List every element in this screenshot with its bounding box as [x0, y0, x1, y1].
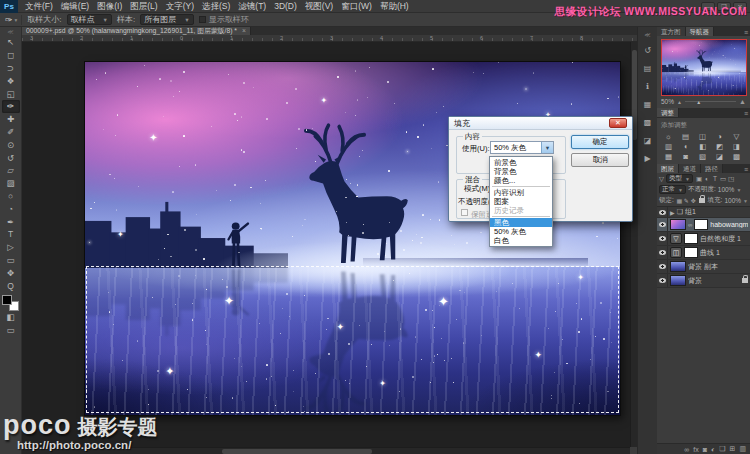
menu-item[interactable]: 文字(Y) — [162, 0, 198, 13]
brush-tool[interactable]: ✐ — [2, 126, 20, 139]
new-layer-icon[interactable]: ⊞ — [730, 445, 736, 453]
navigator-zoom-slider[interactable]: ▲ — [685, 101, 736, 102]
hue-saturation-adjustment-icon[interactable]: ▥ — [660, 142, 677, 152]
filter-type-layers-icon[interactable]: T — [711, 175, 719, 183]
spot-healing-tool[interactable]: ✚ — [2, 113, 20, 126]
sample-select[interactable]: 所有图层 ▼ — [140, 14, 193, 25]
shape-tool[interactable]: ▭ — [2, 254, 20, 267]
zoom-out-icon[interactable]: ▲ — [677, 99, 682, 105]
expand-caret-icon[interactable]: ▶ — [670, 209, 675, 216]
vertical-scrollbar[interactable] — [630, 42, 637, 447]
menu-item[interactable]: 视图(V) — [301, 0, 337, 13]
opacity-value[interactable]: 100% — [718, 186, 735, 193]
layer-mask-thumbnail[interactable] — [684, 247, 698, 258]
dodge-tool[interactable]: ◔ — [2, 202, 20, 215]
screen-mode-button[interactable]: ▭ — [2, 324, 20, 337]
navigator-thumbnail[interactable]: ✦✦✦✦✦✦✦✦✦✦✦✦ — [661, 39, 747, 96]
use-combobox[interactable]: 50% 灰色 ▼ — [490, 141, 554, 154]
color-lookup-adjustment-icon[interactable]: ▦ — [660, 152, 677, 162]
crop-tool[interactable]: ◱ — [2, 87, 20, 100]
cancel-button[interactable]: 取消 — [571, 153, 629, 167]
filter-pixel-layers-icon[interactable]: ▣ — [695, 175, 703, 183]
tab-导航器[interactable]: 导航器 — [686, 27, 715, 36]
zoom-in-icon[interactable]: ▲ — [739, 98, 746, 105]
layer-row[interactable]: 背景 — [657, 274, 750, 288]
new-adjustment-layer-icon[interactable]: ◐ — [711, 446, 715, 453]
dropdown-item[interactable]: 历史记录 — [490, 206, 552, 215]
properties-panel-icon[interactable]: ▤ — [641, 63, 655, 74]
eyedropper-tool[interactable]: ✑ — [2, 100, 20, 113]
dropdown-item[interactable]: 黑色 — [490, 218, 552, 227]
curves-adjustment-icon[interactable]: ◫ — [694, 132, 711, 142]
layer-thumbnail[interactable] — [670, 261, 686, 272]
layer-visibility-toggle[interactable] — [657, 260, 668, 273]
photo-filter-adjustment-icon[interactable]: ◩ — [711, 142, 728, 152]
menu-item[interactable]: 选择(S) — [198, 0, 234, 13]
lock-position-icon[interactable]: ✥ — [690, 197, 697, 204]
menu-item[interactable]: 窗口(W) — [337, 0, 376, 13]
zoom-tool[interactable]: Q — [2, 279, 20, 292]
layer-row[interactable]: 背景 副本 — [657, 260, 750, 274]
layer-row[interactable]: ∞habowangmingk... — [657, 218, 750, 232]
panel-menu-icon[interactable]: ≡ — [744, 166, 750, 173]
pen-tool[interactable]: ✒ — [2, 215, 20, 228]
gradient-tool[interactable]: ▨ — [2, 177, 20, 190]
layer-row[interactable]: ◫曲线 1 — [657, 246, 750, 260]
history-panel-icon[interactable]: ↺ — [641, 45, 655, 56]
panel-menu-icon[interactable]: ≡ — [744, 110, 750, 117]
info-panel-icon[interactable]: ℹ — [641, 81, 655, 92]
show-sampling-ring-checkbox[interactable]: 显示取样环 — [199, 14, 249, 25]
move-tool[interactable]: ↖ — [2, 36, 20, 49]
layer-mask-thumbnail[interactable] — [684, 233, 698, 244]
actions-panel-icon[interactable]: ▶ — [641, 153, 655, 164]
black-white-adjustment-icon[interactable]: ◧ — [694, 142, 711, 152]
delete-layer-icon[interactable]: ▥ — [739, 445, 746, 453]
clone-stamp-tool[interactable]: ⊙ — [2, 138, 20, 151]
dropdown-item[interactable]: 前景色 — [490, 158, 552, 167]
filter-kind-select[interactable]: 类型 ▼ — [666, 174, 693, 183]
fill-dialog-titlebar[interactable]: 填充 ✕ — [449, 117, 632, 130]
layer-thumbnail[interactable] — [670, 275, 686, 286]
panel-menu-icon[interactable]: ≡ — [744, 29, 750, 36]
filter-shape-layers-icon[interactable]: ▭ — [719, 175, 727, 183]
quick-selection-tool[interactable]: ❖ — [2, 74, 20, 87]
tab-adjustments[interactable]: 调整 — [657, 108, 679, 117]
menu-item[interactable]: 帮助(H) — [376, 0, 413, 13]
ok-button[interactable]: 确定 — [571, 135, 629, 149]
type-tool[interactable]: T — [2, 228, 20, 241]
lasso-tool[interactable]: ⊃ — [2, 62, 20, 75]
menu-item[interactable]: 文件(F) — [21, 0, 57, 13]
threshold-adjustment-icon[interactable]: ◪ — [711, 152, 728, 162]
menu-item[interactable]: 图层(L) — [126, 0, 161, 13]
dropdown-item[interactable]: 内容识别 — [490, 188, 552, 197]
layer-visibility-toggle[interactable] — [657, 207, 668, 217]
dropdown-item[interactable]: 背景色 — [490, 167, 552, 176]
add-mask-icon[interactable]: ◙ — [703, 446, 707, 453]
collapse-toolbar-icon[interactable]: ≪ — [7, 28, 13, 36]
preserve-transparency-checkbox[interactable] — [461, 209, 468, 216]
foreground-color-swatch[interactable] — [2, 295, 12, 305]
styles-panel-icon[interactable]: ◪ — [641, 135, 655, 146]
dropdown-item[interactable]: 颜色... — [490, 176, 552, 185]
slider-thumb-icon[interactable]: ▲ — [696, 99, 701, 105]
levels-adjustment-icon[interactable]: ▤ — [677, 132, 694, 142]
filter-adjustment-layers-icon[interactable]: ◐ — [703, 175, 711, 183]
history-brush-tool[interactable]: ↺ — [2, 151, 20, 164]
layer-visibility-toggle[interactable] — [657, 274, 668, 287]
expand-panels-icon[interactable]: ≪ — [644, 31, 650, 38]
tab-图层[interactable]: 图层 — [657, 164, 679, 173]
eraser-tool[interactable]: ▱ — [2, 164, 20, 177]
layer-visibility-toggle[interactable] — [657, 246, 668, 259]
hand-tool[interactable]: ✥ — [2, 266, 20, 279]
layer-effects-icon[interactable]: fx — [693, 446, 698, 453]
color-panel-icon[interactable]: ▦ — [641, 99, 655, 110]
lock-all-icon[interactable] — [699, 198, 705, 203]
dropdown-item[interactable]: 图案 — [490, 197, 552, 206]
dropdown-item[interactable]: 白色 — [490, 236, 552, 245]
menu-item[interactable]: 滤镜(T) — [234, 0, 270, 13]
gradient-map-adjustment-icon[interactable]: ▩ — [728, 152, 745, 162]
posterize-adjustment-icon[interactable]: ▧ — [694, 152, 711, 162]
quick-mask-button[interactable]: ◧ — [2, 311, 20, 324]
dialog-close-button[interactable]: ✕ — [609, 118, 627, 128]
active-tool-badge[interactable]: ✑ ▾ — [5, 15, 22, 25]
